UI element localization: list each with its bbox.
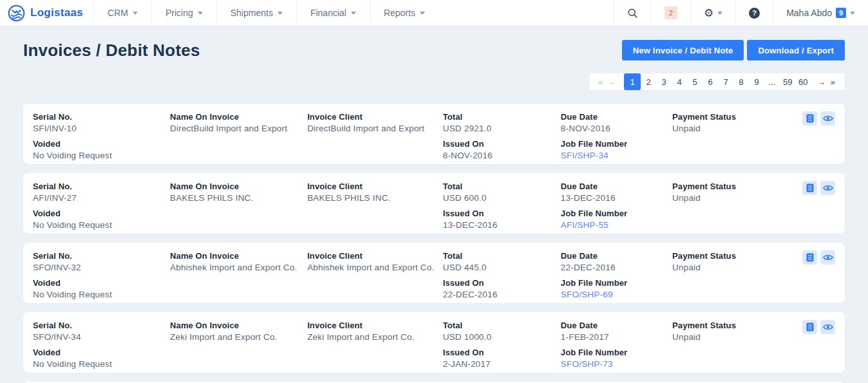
name-on-invoice-value: DirectBuild Import and Export [170,124,307,133]
download-export-button[interactable]: Download / Export [747,40,845,61]
total-issued-cell: Total USD 2921.0 Issued On 8-NOV-2016 [443,112,561,156]
search-icon [627,8,638,19]
name-on-invoice-label: Name On Invoice [170,112,307,122]
eye-icon [823,323,833,331]
issued-on-value: 13-DEC-2016 [443,220,561,230]
voided-label: Voided [33,278,170,288]
invoice-client-label: Invoice Client [307,321,443,330]
search-button[interactable] [614,0,651,26]
issued-on-label: Issued On [443,209,561,218]
serial-no-label: Serial No. [33,251,170,261]
job-file-link[interactable]: SFO/SHP-69 [561,290,672,299]
brand-logo[interactable]: Logistaas [0,0,93,26]
nav-menu-item[interactable]: Reports [370,0,439,26]
view-invoice-button[interactable] [820,320,835,334]
chevron-down-icon [278,12,283,15]
pagination-next-button[interactable]: → » [811,73,843,90]
name-on-invoice-value: BAKELS PHILS INC. [170,193,307,203]
voided-value: No Voiding Request [33,151,170,160]
pagination-page-button[interactable]: 2 [641,73,656,90]
pagination: « ← 1 2 3 4 5 6 7 8 9 ... 59 [590,73,845,90]
total-value: USD 600.0 [443,193,561,203]
new-invoice-button[interactable]: New Invoice / Debit Note [622,40,744,61]
total-label: Total [443,182,561,191]
due-date-label: Due Date [561,182,672,191]
eye-icon [823,184,833,192]
chevron-down-icon [351,12,356,15]
pagination-page-button[interactable]: 1 [624,73,641,90]
job-file-link[interactable]: SFO/SHP-73 [561,359,672,369]
nav-menu-item[interactable]: Shipments [216,0,296,26]
pagination-page-button[interactable]: 3 [656,73,672,90]
invoice-client-cell: Invoice Client Zeki Import and Export Co… [307,321,443,364]
name-on-invoice-cell: Name On Invoice BAKELS PHILS INC. [170,182,307,225]
due-date-label: Due Date [561,251,672,261]
job-file-number-label: Job File Number [561,139,672,149]
eye-icon [823,115,833,122]
nav-menu-label: Shipments [231,8,273,18]
nav-menu-label: Financial [310,8,346,18]
pagination-page-button[interactable]: 6 [703,73,718,90]
name-on-invoice-label: Name On Invoice [170,321,307,330]
eye-icon [823,254,833,261]
notifications-button[interactable]: 2 [651,0,690,26]
nav-menu-label: Reports [384,8,415,18]
serial-voided-cell: Serial No. SFO/INV-32 Voided No Voiding … [33,251,170,295]
pagination-page-button[interactable]: 7 [718,73,733,90]
invoice-client-value: BAKELS PHILS INC. [307,193,443,203]
chevron-down-icon [198,12,203,15]
pagination-page-button[interactable]: ... [764,73,780,90]
user-menu[interactable]: Maha Abdo 9 [773,0,868,26]
settings-button[interactable]: ⚙ [690,0,735,26]
due-date-label: Due Date [561,321,672,330]
pagination-page-button[interactable]: 4 [672,73,687,90]
help-button[interactable]: ? [735,0,773,26]
document-icon [806,114,814,123]
serial-voided-cell: Serial No. SFO/INV-34 Voided No Voiding … [33,321,170,364]
job-file-link[interactable]: SFI/SHP-34 [561,151,672,160]
view-invoice-button[interactable] [820,111,835,126]
invoice-document-button[interactable] [802,181,817,195]
view-invoice-button[interactable] [820,181,835,195]
job-file-link[interactable]: AFI/SHP-55 [561,220,672,230]
issued-on-value: 22-DEC-2016 [443,290,561,299]
issued-on-value: 2-JAN-2017 [443,359,561,369]
pagination-page-button[interactable]: 8 [733,73,749,90]
name-on-invoice-value: Zeki Import and Export Co. [170,332,307,342]
user-count-badge: 9 [836,8,846,18]
view-invoice-button[interactable] [820,250,835,265]
total-value: USD 1000.0 [443,332,561,342]
chevron-down-icon [717,12,722,15]
pagination-prev-button[interactable]: « ← [592,73,624,90]
invoice-document-button[interactable] [802,250,817,265]
invoice-actions [802,320,835,334]
nav-menu-item[interactable]: Pricing [151,0,216,26]
due-job-cell: Due Date 1-FEB-2017 Job File Number SFO/… [561,321,672,364]
total-label: Total [443,112,561,122]
job-file-number-label: Job File Number [561,348,672,357]
job-file-number-label: Job File Number [561,278,672,288]
nav-menu-item[interactable]: Financial [296,0,370,26]
name-on-invoice-cell: Name On Invoice Abhishek Import and Expo… [170,251,307,295]
invoice-document-button[interactable] [802,320,817,334]
nav-menu-item[interactable]: CRM [93,0,151,26]
name-on-invoice-cell: Name On Invoice Zeki Import and Export C… [170,321,307,364]
pagination-page-button[interactable]: 5 [687,73,703,90]
serial-voided-cell: Serial No. SFI/INV-10 Voided No Voiding … [33,112,170,156]
invoice-document-button[interactable] [802,111,817,126]
gear-icon: ⚙ [704,8,713,19]
chevron-down-icon [420,12,425,15]
invoice-client-label: Invoice Client [307,112,443,122]
invoice-list: Serial No. SFI/INV-10 Voided No Voiding … [23,104,845,383]
pagination-page-button[interactable]: 59 [780,73,795,90]
serial-voided-cell: Serial No. AFI/INV-27 Voided No Voiding … [33,182,170,225]
total-value: USD 445.0 [443,263,561,272]
pagination-page-button[interactable]: 60 [795,73,811,90]
invoice-client-label: Invoice Client [307,251,443,261]
voided-value: No Voiding Request [33,220,170,230]
invoice-card: Serial No. SFO/INV-34 Voided No Voiding … [23,312,845,373]
document-icon [806,183,814,192]
due-date-label: Due Date [561,112,672,122]
total-issued-cell: Total USD 445.0 Issued On 22-DEC-2016 [443,251,561,295]
pagination-page-button[interactable]: 9 [749,73,764,90]
